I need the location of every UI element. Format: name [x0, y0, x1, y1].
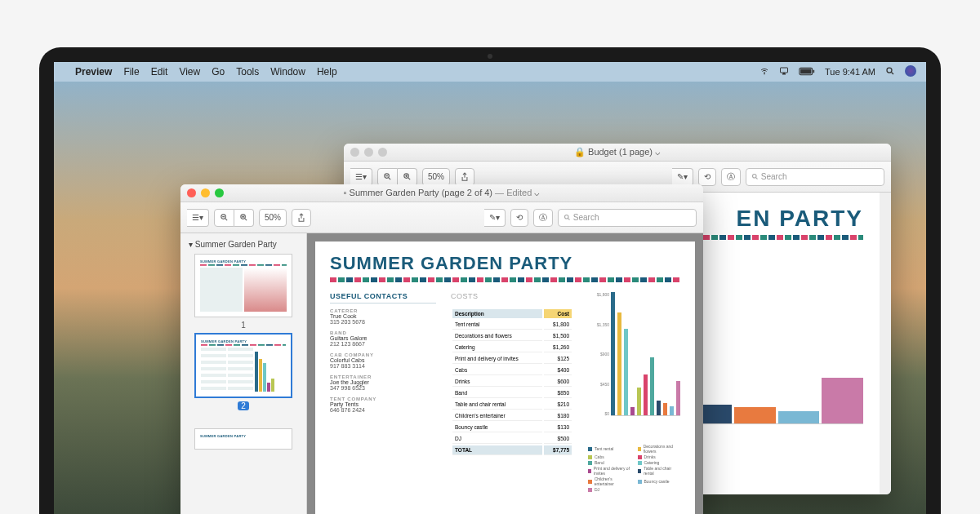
chart-bar	[663, 403, 667, 415]
search-input[interactable]: Search	[746, 168, 884, 186]
share-button[interactable]	[292, 209, 311, 227]
chart-bar	[822, 378, 863, 423]
svg-rect-4	[813, 69, 815, 72]
menu-item-go[interactable]: Go	[212, 66, 225, 78]
chart-bar	[644, 374, 648, 415]
chevron-down-icon[interactable]: ⌵	[655, 147, 661, 157]
document-icon: ▫	[344, 188, 347, 197]
doc-heading: SUMMER GARDEN PARTY	[330, 253, 680, 274]
menu-item-tools[interactable]: Tools	[236, 66, 259, 78]
clock-time[interactable]: Tue 9:41 AM	[825, 67, 875, 77]
svg-point-0	[764, 73, 765, 74]
menu-item-window[interactable]: Window	[270, 66, 305, 78]
table-row: Bouncy castle$130	[452, 423, 572, 432]
table-row: Print and delivery of invites$125	[452, 354, 572, 364]
costs-table: DescriptionCost Tent rental$1,800Decorat…	[451, 308, 573, 457]
minimize-button[interactable]	[201, 188, 210, 197]
svg-point-5	[887, 68, 892, 73]
close-button[interactable]	[350, 148, 359, 157]
chart-bar	[617, 312, 621, 415]
desktop-screen: Preview File Edit View Go Tools Window H…	[54, 62, 926, 514]
table-row: Drinks$600	[452, 377, 572, 387]
share-button[interactable]	[455, 168, 474, 186]
bunting-divider	[330, 277, 680, 286]
document-page: SUMMER GARDEN PARTY USEFUL CONTACTS CATE…	[315, 241, 695, 514]
battery-icon[interactable]	[799, 67, 815, 78]
zoom-in-button[interactable]	[234, 209, 254, 227]
contact-entry: ENTERTAINERJoe the Juggler347 998 6523	[330, 374, 436, 391]
contact-entry: TENT COMPANYParty Tents646 876 2424	[330, 397, 436, 413]
menu-item-edit[interactable]: Edit	[151, 66, 168, 78]
scrollbar[interactable]	[880, 193, 891, 494]
legend-item: Print and delivery of invites	[588, 466, 631, 476]
page-thumbnail-3[interactable]: SUMMER GARDEN PARTY	[194, 428, 292, 450]
chart-bar	[611, 292, 615, 415]
zoom-out-button[interactable]	[377, 168, 398, 186]
markup-button[interactable]: Ⓐ	[533, 209, 553, 227]
rotate-button[interactable]: ⟲	[698, 168, 716, 186]
titlebar[interactable]: 🔒 Budget (1 page) ⌵	[344, 144, 891, 162]
zoom-level[interactable]: 50%	[422, 168, 450, 186]
legend-item: Table and chair rental	[638, 466, 681, 476]
chevron-down-icon[interactable]: ⌵	[534, 188, 540, 197]
zoom-out-button[interactable]	[214, 209, 234, 227]
wifi-icon[interactable]	[760, 66, 769, 78]
legend-item: DJ	[588, 487, 631, 492]
titlebar[interactable]: ▫ Summer Garden Party (page 2 of 4) — Ed…	[180, 184, 703, 202]
markup-button[interactable]: Ⓐ	[721, 168, 741, 186]
table-row: Children's entertainer$180	[452, 411, 572, 421]
airplay-icon[interactable]	[779, 66, 789, 78]
page-thumbnail-2[interactable]: SUMMER GARDEN PARTY	[194, 333, 292, 398]
legend-item: Catering	[638, 460, 681, 465]
contact-entry: BANDGuitars Galore212 123 8667	[330, 330, 436, 347]
table-row: Tent rental$1,800	[452, 320, 572, 330]
sidebar-toggle-button[interactable]: ☰▾	[187, 209, 209, 227]
contact-entry: CATERERTrue Cook315 203 5678	[330, 308, 436, 325]
thumb-number-selected: 2	[238, 401, 249, 410]
laptop-frame: Preview File Edit View Go Tools Window H…	[39, 47, 941, 514]
chart-bar	[657, 401, 661, 415]
table-row: Table and chair rental$210	[452, 400, 572, 410]
camera-icon	[488, 54, 492, 59]
table-row: DJ$500	[452, 434, 572, 444]
chart-bar	[630, 407, 635, 415]
summer-party-window[interactable]: ▫ Summer Garden Party (page 2 of 4) — Ed…	[180, 184, 703, 514]
chart-bar	[734, 407, 776, 423]
zoom-button[interactable]	[378, 148, 387, 157]
legend-item	[638, 487, 681, 492]
rotate-button[interactable]: ⟲	[510, 209, 528, 227]
svg-rect-3	[800, 69, 811, 73]
menu-item-file[interactable]: File	[123, 66, 139, 78]
chart-bar	[637, 388, 641, 415]
highlight-button[interactable]: ✎▾	[484, 209, 506, 227]
legend-item: Bouncy castle	[638, 476, 681, 486]
legend-item: Band	[588, 460, 631, 465]
app-name[interactable]: Preview	[75, 66, 112, 78]
zoom-in-button[interactable]	[398, 168, 417, 186]
sidebar-toggle-button[interactable]: ☰▾	[350, 168, 372, 186]
chart-bar	[650, 357, 654, 415]
page-thumbnail-1[interactable]: SUMMER GARDEN PARTY	[194, 254, 292, 317]
zoom-level[interactable]: 50%	[259, 209, 287, 227]
cost-chart: $1,800$1,350$900$450$0	[588, 292, 680, 439]
menu-item-help[interactable]: Help	[317, 66, 337, 78]
window-controls	[350, 148, 387, 157]
siri-icon[interactable]	[905, 65, 916, 78]
chart-bar	[676, 381, 680, 415]
total-row: TOTAL$7,775	[452, 445, 572, 455]
svg-point-8	[753, 175, 757, 179]
contacts-heading: USEFUL CONTACTS	[330, 292, 436, 304]
zoom-button[interactable]	[215, 188, 224, 197]
svg-rect-1	[781, 68, 788, 73]
chart-bar	[670, 406, 674, 415]
close-button[interactable]	[187, 188, 196, 197]
contact-entry: CAB COMPANYColorful Cabs917 883 3114	[330, 352, 436, 369]
minimize-button[interactable]	[364, 148, 373, 157]
search-input[interactable]: Search	[558, 209, 697, 227]
table-row: Band$850	[452, 388, 572, 398]
document-viewport[interactable]: SUMMER GARDEN PARTY USEFUL CONTACTS CATE…	[307, 233, 703, 514]
search-icon[interactable]	[885, 66, 895, 78]
menu-item-view[interactable]: View	[179, 66, 200, 78]
highlight-button[interactable]: ✎▾	[672, 168, 693, 186]
svg-point-11	[565, 215, 569, 219]
